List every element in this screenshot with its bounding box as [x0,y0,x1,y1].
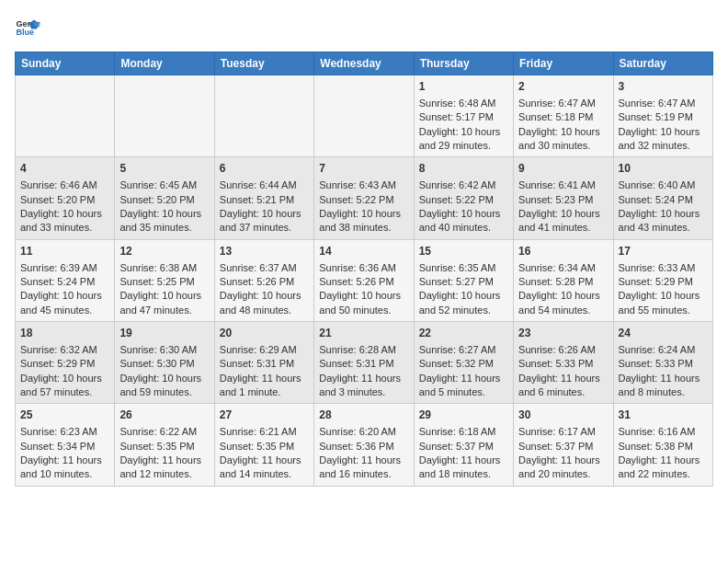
calendar-cell: 3Sunrise: 6:47 AM Sunset: 5:19 PM Daylig… [613,75,712,157]
day-number: 16 [518,244,608,259]
calendar-header-row: SundayMondayTuesdayWednesdayThursdayFrid… [16,52,713,75]
day-number: 24 [619,326,708,341]
calendar-cell: 27Sunrise: 6:21 AM Sunset: 5:35 PM Dayli… [214,404,313,486]
day-number: 20 [220,326,309,341]
day-header-thursday: Thursday [414,52,513,75]
calendar-cell: 8Sunrise: 6:42 AM Sunset: 5:22 PM Daylig… [414,157,513,239]
calendar-cell: 22Sunrise: 6:27 AM Sunset: 5:32 PM Dayli… [414,322,513,404]
day-info: Sunrise: 6:42 AM Sunset: 5:22 PM Dayligh… [419,179,501,233]
calendar-cell: 20Sunrise: 6:29 AM Sunset: 5:31 PM Dayli… [214,322,313,404]
calendar-cell: 15Sunrise: 6:35 AM Sunset: 5:27 PM Dayli… [414,239,513,321]
day-number: 5 [119,161,209,177]
day-info: Sunrise: 6:37 AM Sunset: 5:26 PM Dayligh… [220,262,301,316]
calendar-cell: 4Sunrise: 6:46 AM Sunset: 5:20 PM Daylig… [16,157,115,239]
day-info: Sunrise: 6:45 AM Sunset: 5:20 PM Dayligh… [119,179,201,233]
day-info: Sunrise: 6:20 AM Sunset: 5:36 PM Dayligh… [319,426,401,479]
day-number: 23 [518,326,608,341]
calendar-cell: 26Sunrise: 6:22 AM Sunset: 5:35 PM Dayli… [115,404,214,486]
day-header-friday: Friday [514,52,613,75]
day-number: 4 [20,161,109,177]
calendar-cell: 23Sunrise: 6:26 AM Sunset: 5:33 PM Dayli… [514,322,613,404]
day-number: 6 [220,161,309,177]
day-info: Sunrise: 6:33 AM Sunset: 5:29 PM Dayligh… [619,262,700,316]
day-number: 8 [419,161,508,177]
day-number: 31 [619,408,708,423]
day-number: 15 [419,244,508,259]
day-info: Sunrise: 6:21 AM Sunset: 5:35 PM Dayligh… [220,426,301,479]
calendar-cell: 28Sunrise: 6:20 AM Sunset: 5:36 PM Dayli… [314,404,414,486]
day-info: Sunrise: 6:40 AM Sunset: 5:24 PM Dayligh… [619,179,700,233]
day-info: Sunrise: 6:30 AM Sunset: 5:30 PM Dayligh… [119,344,201,397]
calendar-cell: 11Sunrise: 6:39 AM Sunset: 5:24 PM Dayli… [16,239,115,321]
day-header-wednesday: Wednesday [314,52,414,75]
calendar-cell: 10Sunrise: 6:40 AM Sunset: 5:24 PM Dayli… [613,157,712,239]
day-number: 11 [20,244,109,259]
day-number: 21 [319,326,408,341]
day-number: 29 [419,408,508,423]
calendar-cell: 30Sunrise: 6:17 AM Sunset: 5:37 PM Dayli… [514,404,613,486]
day-info: Sunrise: 6:39 AM Sunset: 5:24 PM Dayligh… [20,262,102,316]
day-number: 7 [319,161,408,177]
calendar-cell: 1Sunrise: 6:48 AM Sunset: 5:17 PM Daylig… [414,75,513,157]
calendar-cell [214,75,313,157]
day-header-saturday: Saturday [613,52,712,75]
day-number: 9 [518,161,608,177]
calendar-cell: 18Sunrise: 6:32 AM Sunset: 5:29 PM Dayli… [16,322,115,404]
calendar-table: SundayMondayTuesdayWednesdayThursdayFrid… [15,52,713,487]
day-header-tuesday: Tuesday [214,52,313,75]
day-info: Sunrise: 6:34 AM Sunset: 5:28 PM Dayligh… [518,262,600,316]
logo-icon: General Blue [15,15,40,40]
calendar-cell: 24Sunrise: 6:24 AM Sunset: 5:33 PM Dayli… [613,322,712,404]
calendar-cell [16,75,115,157]
day-info: Sunrise: 6:47 AM Sunset: 5:18 PM Dayligh… [518,98,600,151]
calendar-cell [314,75,414,157]
day-info: Sunrise: 6:16 AM Sunset: 5:38 PM Dayligh… [619,426,700,479]
week-row-2: 4Sunrise: 6:46 AM Sunset: 5:20 PM Daylig… [16,157,713,239]
calendar-cell: 13Sunrise: 6:37 AM Sunset: 5:26 PM Dayli… [214,239,313,321]
day-info: Sunrise: 6:44 AM Sunset: 5:21 PM Dayligh… [220,179,301,233]
day-number: 17 [619,244,708,259]
day-info: Sunrise: 6:28 AM Sunset: 5:31 PM Dayligh… [319,344,401,397]
day-number: 18 [20,326,109,341]
day-info: Sunrise: 6:38 AM Sunset: 5:25 PM Dayligh… [119,262,201,316]
day-number: 12 [119,244,209,259]
calendar-cell: 31Sunrise: 6:16 AM Sunset: 5:38 PM Dayli… [613,404,712,486]
calendar-cell: 9Sunrise: 6:41 AM Sunset: 5:23 PM Daylig… [514,157,613,239]
calendar-cell: 2Sunrise: 6:47 AM Sunset: 5:18 PM Daylig… [514,75,613,157]
day-header-monday: Monday [115,52,214,75]
day-number: 19 [119,326,209,341]
day-number: 10 [619,161,708,177]
day-info: Sunrise: 6:36 AM Sunset: 5:26 PM Dayligh… [319,262,401,316]
day-number: 1 [419,79,508,95]
day-header-sunday: Sunday [16,52,115,75]
day-info: Sunrise: 6:43 AM Sunset: 5:22 PM Dayligh… [319,179,401,233]
logo: General Blue [15,15,44,40]
day-info: Sunrise: 6:22 AM Sunset: 5:35 PM Dayligh… [119,426,201,479]
day-info: Sunrise: 6:17 AM Sunset: 5:37 PM Dayligh… [518,426,600,479]
day-info: Sunrise: 6:48 AM Sunset: 5:17 PM Dayligh… [419,98,501,151]
day-info: Sunrise: 6:46 AM Sunset: 5:20 PM Dayligh… [20,179,102,233]
calendar-cell: 16Sunrise: 6:34 AM Sunset: 5:28 PM Dayli… [514,239,613,321]
svg-text:Blue: Blue [16,28,34,37]
calendar-cell: 17Sunrise: 6:33 AM Sunset: 5:29 PM Dayli… [613,239,712,321]
calendar-cell: 6Sunrise: 6:44 AM Sunset: 5:21 PM Daylig… [214,157,313,239]
calendar-cell: 12Sunrise: 6:38 AM Sunset: 5:25 PM Dayli… [115,239,214,321]
day-number: 22 [419,326,508,341]
week-row-1: 1Sunrise: 6:48 AM Sunset: 5:17 PM Daylig… [16,75,713,157]
day-number: 2 [518,79,608,95]
day-number: 13 [220,244,309,259]
day-number: 27 [220,408,309,423]
day-number: 26 [119,408,209,423]
calendar-cell: 5Sunrise: 6:45 AM Sunset: 5:20 PM Daylig… [115,157,214,239]
day-number: 25 [20,408,109,423]
day-number: 30 [518,408,608,423]
day-info: Sunrise: 6:47 AM Sunset: 5:19 PM Dayligh… [619,98,700,151]
calendar-cell: 29Sunrise: 6:18 AM Sunset: 5:37 PM Dayli… [414,404,513,486]
calendar-cell [115,75,214,157]
week-row-4: 18Sunrise: 6:32 AM Sunset: 5:29 PM Dayli… [16,322,713,404]
calendar-cell: 25Sunrise: 6:23 AM Sunset: 5:34 PM Dayli… [16,404,115,486]
day-number: 28 [319,408,408,423]
day-info: Sunrise: 6:35 AM Sunset: 5:27 PM Dayligh… [419,262,501,316]
calendar-cell: 19Sunrise: 6:30 AM Sunset: 5:30 PM Dayli… [115,322,214,404]
day-info: Sunrise: 6:26 AM Sunset: 5:33 PM Dayligh… [518,344,600,397]
